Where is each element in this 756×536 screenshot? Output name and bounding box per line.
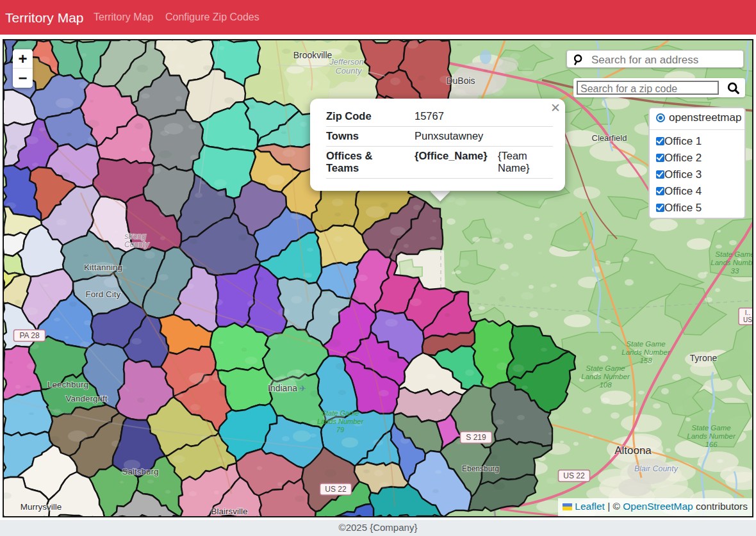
svg-text:Ebensburg: Ebensburg bbox=[462, 464, 499, 473]
svg-text:Lands Number: Lands Number bbox=[687, 432, 736, 440]
svg-text:S 219: S 219 bbox=[466, 433, 486, 442]
svg-text:Murrysville: Murrysville bbox=[21, 502, 62, 512]
svg-text:State Game: State Game bbox=[586, 364, 625, 372]
svg-text:Brookville: Brookville bbox=[293, 50, 333, 60]
svg-text:Lands Number: Lands Number bbox=[621, 348, 671, 356]
svg-text:State Game: State Game bbox=[322, 409, 359, 417]
svg-text:US: US bbox=[743, 316, 752, 323]
svg-text:US 22: US 22 bbox=[563, 471, 585, 480]
svg-text:PA 28: PA 28 bbox=[19, 331, 39, 340]
svg-text:County: County bbox=[335, 66, 363, 76]
svg-text:Lands Number: Lands Number bbox=[317, 418, 364, 425]
svg-text:Jefferson: Jefferson bbox=[329, 57, 363, 67]
svg-text:County: County bbox=[124, 240, 149, 249]
svg-text:US 22: US 22 bbox=[325, 485, 347, 494]
svg-text:State Game: State Game bbox=[715, 250, 753, 258]
svg-text:79: 79 bbox=[336, 426, 344, 434]
svg-text:State Game: State Game bbox=[626, 340, 665, 348]
svg-text:Saltsburg: Saltsburg bbox=[122, 467, 158, 476]
svg-text:✈: ✈ bbox=[299, 384, 306, 393]
svg-text:strong: strong bbox=[124, 232, 146, 241]
svg-text:33: 33 bbox=[731, 267, 739, 275]
svg-text:Indiana: Indiana bbox=[268, 383, 297, 393]
svg-text:State Game: State Game bbox=[691, 424, 730, 432]
svg-text:Tyrone: Tyrone bbox=[690, 353, 718, 363]
svg-text:158: 158 bbox=[639, 357, 652, 364]
svg-text:Blairsville: Blairsville bbox=[211, 507, 247, 516]
svg-text:Ford City: Ford City bbox=[86, 289, 121, 299]
svg-text:Lands Number: Lands Number bbox=[581, 373, 630, 380]
svg-text:Lands Number: Lands Number bbox=[711, 259, 753, 266]
svg-text:Clearfield: Clearfield bbox=[592, 133, 627, 143]
svg-text:Vandergrift: Vandergrift bbox=[65, 394, 107, 403]
svg-text:I..: I.. bbox=[745, 309, 750, 316]
svg-text:DuBois: DuBois bbox=[446, 76, 475, 86]
svg-text:Altoona: Altoona bbox=[614, 444, 652, 457]
svg-text:108: 108 bbox=[599, 381, 612, 389]
svg-text:166: 166 bbox=[705, 441, 718, 448]
svg-text:Kittanning: Kittanning bbox=[84, 263, 122, 272]
svg-text:Blair County: Blair County bbox=[634, 464, 678, 473]
svg-text:Leechburg: Leechburg bbox=[47, 380, 88, 389]
